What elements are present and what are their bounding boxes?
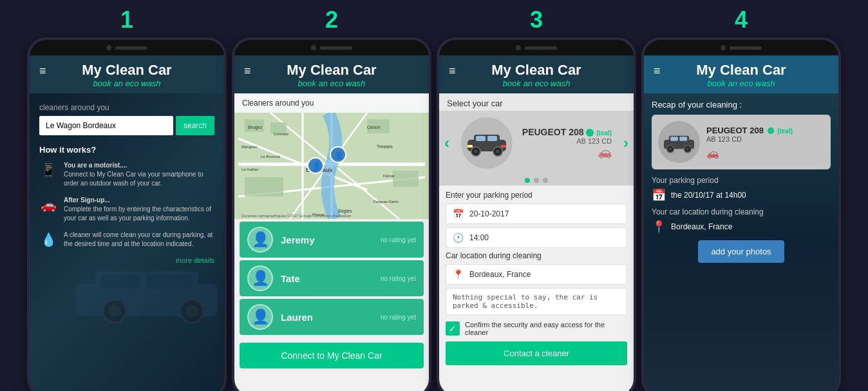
recap-car-info: PEUGEOT 208 (teal) AB 123 CD 🚗 [706,126,824,159]
teal-color-indicator [586,129,594,137]
cleaner-item-jeremy[interactable]: 👤 Jeremy no rating yet [240,222,424,258]
recap-teal-dot [768,128,774,134]
car-plate: AB 123 CD [522,137,612,145]
menu-icon-4[interactable]: ≡ [654,64,661,78]
connect-button[interactable]: Connect to My Clean Car [240,343,424,368]
time-value: 14:00 [469,233,489,242]
car-prev-arrow[interactable]: ‹ [444,134,449,152]
svg-point-56 [669,147,672,150]
camera-3 [516,45,521,50]
add-photos-button[interactable]: add your photos [698,240,784,263]
screen-4-wrapper: 4 ≡ My Clean Car book an eco wash Recap … [641,6,841,391]
search-input[interactable] [39,116,173,135]
dot-3 [543,178,548,183]
menu-icon-3[interactable]: ≡ [449,64,456,78]
svg-text:Mérignac: Mérignac [241,145,258,149]
svg-rect-42 [476,136,486,141]
menu-icon-2[interactable]: ≡ [244,64,251,78]
camera-2 [311,45,316,50]
search-button[interactable]: search [176,116,214,135]
svg-rect-52 [670,137,678,140]
svg-rect-43 [487,136,497,141]
recap-car-plate: AB 123 CD [706,135,824,143]
dot-1 [525,178,530,183]
confirm-checkbox[interactable]: ✓ [446,321,460,336]
menu-icon-1[interactable]: ≡ [39,64,46,78]
parking-period-label: Enter your parking period [446,191,627,200]
svg-text:Le Bouscat: Le Bouscat [261,155,280,158]
svg-point-57 [686,147,690,150]
car-name: PEUGEOT 208 (teal) [522,127,612,137]
how-text-1: You are a motorist....Connect to My Clea… [64,161,214,188]
cleaner-list: 👤 Jeremy no rating yet 👤 Tate no rating … [234,222,429,335]
svg-point-47 [496,149,500,153]
recap-location-value: Bordeaux, France [671,222,732,231]
phone-1: ≡ My Clean Car book an eco wash [27,37,227,391]
calendar-icon: 📅 [453,209,464,219]
screen2-content: Cleaners around you [234,93,429,391]
how-item-1: 📱 You are a motorist....Connect to My Cl… [39,161,214,188]
svg-point-9 [185,305,198,318]
recap-car-svg [661,129,697,155]
svg-rect-49 [501,145,506,148]
app-subtitle-1: book an eco wash [93,79,161,88]
speaker-1 [115,46,147,50]
car-next-arrow[interactable]: › [623,134,628,152]
cleaners-around-label: Cleaners around you [234,93,429,113]
svg-text:Bruges: Bruges [248,125,263,130]
date-field[interactable]: 📅 20-10-2017 [446,204,627,224]
app-subtitle-4: book an eco wash [708,79,775,88]
location-field[interactable]: 📍 Bordeaux, France [446,264,627,285]
cleaner-item-lauren[interactable]: 👤 Lauren no rating yet [240,299,424,335]
car-info: PEUGEOT 208 (teal) AB 123 CD 🚗 [522,127,612,159]
recap-parking-block: Your parking period 📅 the 20/10/17 at 14… [652,176,831,202]
recap-location-icon: 📍 [652,220,666,234]
car-thumb-small: 🚗 [522,145,612,159]
map-svg: Bruges Le Haillan Cormont Le Bouscat Mér… [234,113,429,219]
phone-top-bar-4 [644,40,838,55]
recap-car-card: PEUGEOT 208 (teal) AB 123 CD 🚗 [652,115,831,169]
svg-rect-22 [245,177,283,196]
notes-textarea[interactable]: Nothing special to say, the car is parke… [446,288,627,315]
svg-text:Tresses: Tresses [377,144,393,149]
recap-parking-title: Your parking period [652,176,831,185]
how-it-works-title: How it works? [39,145,214,155]
screen-number-2: 2 [325,6,338,33]
cleaner-name-jeremy: Jeremy [281,234,373,245]
cleaner-rating-tate: no rating yet [381,275,416,282]
time-field[interactable]: 🕐 14:00 [446,227,627,248]
cleaner-name-tate: Tate [281,273,373,284]
how-text-3: A cleaner will come clean your car durin… [64,231,214,249]
cleaner-item-tate[interactable]: 👤 Tate no rating yet [240,260,424,296]
contact-button[interactable]: Contact a cleaner [446,341,627,365]
recap-location-title: Your car location during cleaning [652,207,831,216]
how-item-2: 🚗 After Sign-up...Complete the form by e… [39,196,214,223]
phone-3: ≡ My Clean Car book an eco wash Select y… [437,37,636,391]
screen-number-1: 1 [120,6,133,33]
camera-1 [106,45,111,50]
svg-text:Cormont: Cormont [274,132,288,136]
camera-4 [721,45,726,50]
more-details-link[interactable]: more details [39,256,214,264]
select-car-label: Select your car [439,93,634,111]
search-row: search [39,116,214,135]
dot-2 [534,178,539,183]
car-circle [461,117,513,169]
screen-number-4: 4 [735,6,748,33]
recap-parking-row: 📅 the 20/10/17 at 14h00 [652,188,831,202]
recap-location-row: 📍 Bordeaux, France [652,220,831,234]
app-title-4: My Clean Car [696,62,786,79]
phone-top-bar-3 [439,40,634,55]
screen1-content: cleaners around you search How it works?… [30,93,224,391]
how-text-2: After Sign-up...Complete the form by ent… [64,196,214,223]
app-title-1: My Clean Car [82,62,171,79]
svg-rect-48 [467,145,473,148]
app-subtitle-3: book an eco wash [503,79,571,88]
app-header-3: ≡ My Clean Car book an eco wash [439,55,634,93]
cleaner-rating-jeremy: no rating yet [381,236,416,243]
app-header-4: ≡ My Clean Car book an eco wash [644,55,838,93]
phone-icon: 📱 [39,162,57,178]
car-svg [464,127,509,159]
map-area: Bruges Le Haillan Cormont Le Bouscat Mér… [234,113,429,219]
date-value: 20-10-2017 [469,209,509,218]
